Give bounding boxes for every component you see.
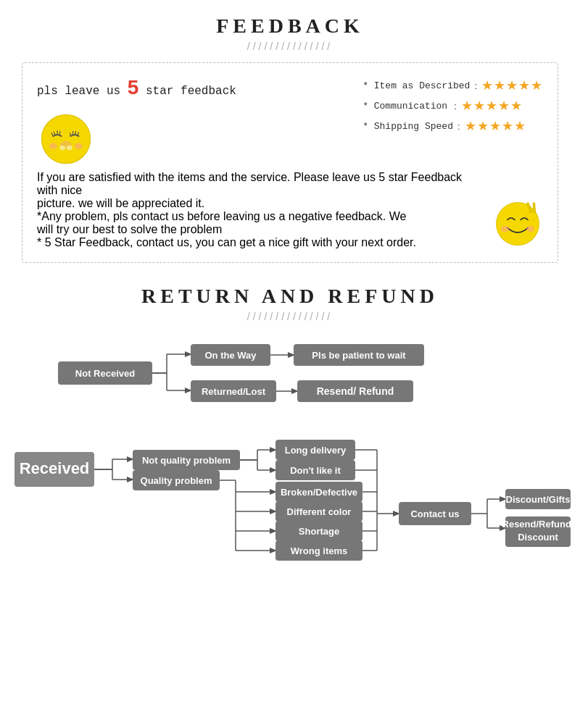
- resend-refund-label: Resend/ Refund: [317, 385, 394, 397]
- on-the-way-label: On the Way: [204, 350, 257, 361]
- feedback-body: If you are satisfied with the items and …: [37, 171, 485, 249]
- not-received-label: Not Received: [75, 368, 135, 379]
- svg-point-15: [501, 226, 509, 232]
- resend-refund2-label: Resend/Refund/: [502, 519, 574, 530]
- svg-point-0: [41, 114, 90, 163]
- feedback-title: FEEDBACK: [22, 14, 558, 38]
- headline-num: 5: [128, 76, 139, 99]
- discount-gifts-label: Discount/Gifts: [506, 494, 571, 505]
- feedback-body-area: If you are satisfied with the items and …: [37, 171, 543, 249]
- svg-point-20: [527, 212, 537, 220]
- rating-stars-comm: ★★★★★: [461, 98, 523, 114]
- long-delivery-label: Long delivery: [285, 445, 347, 456]
- wrong-items-label: Wrong items: [291, 545, 348, 556]
- feedback-headline: pls leave us 5 star feedback: [37, 76, 236, 99]
- feedback-left: pls leave us 5 star feedback: [37, 76, 236, 168]
- svg-line-4: [59, 131, 60, 135]
- svg-line-7: [75, 131, 76, 135]
- rating-row-comm: * Communication : ★★★★★: [362, 98, 543, 114]
- broken-label: Broken/Defective: [281, 487, 357, 498]
- smiley-face-happy: [492, 198, 543, 249]
- diff-color-label: Different color: [287, 506, 352, 517]
- refund-section: RETURN AND REFUND ///////////////: [0, 270, 580, 340]
- returned-lost-label: Returned/Lost: [202, 386, 266, 397]
- svg-point-13: [75, 143, 83, 149]
- svg-point-11: [67, 146, 72, 150]
- feedback-divider: ///////////////: [22, 41, 558, 52]
- flowchart-svg: .fbox { fill: #777; rx: 4; } .ftext { fi…: [0, 340, 580, 658]
- rating-stars-item: ★★★★★: [481, 78, 543, 93]
- svg-line-5: [70, 133, 71, 136]
- body-line4: will try our best to solve the problem: [37, 223, 485, 236]
- feedback-ratings: * Item as Described : ★★★★★ * Communicat…: [362, 78, 543, 134]
- smiley-face-sleeping: [37, 110, 95, 168]
- rating-label-comm: * Communication: [362, 101, 450, 112]
- svg-point-10: [59, 146, 65, 150]
- headline-pre: pls leave us: [37, 85, 120, 98]
- rating-label-ship: * Shipping Speed: [362, 121, 453, 132]
- svg-point-16: [526, 226, 534, 232]
- headline-post: star feedback: [146, 85, 236, 98]
- not-quality-label: Not quality problem: [142, 455, 231, 466]
- body-line2: picture. we will be appreciated it.: [37, 197, 485, 210]
- body-line5: * 5 Star Feedback, contact us, you can g…: [37, 236, 485, 249]
- svg-point-12: [49, 143, 57, 149]
- flowchart-wrapper: .fbox { fill: #777; rx: 4; } .ftext { fi…: [0, 340, 580, 661]
- quality-label: Quality problem: [141, 475, 212, 486]
- pls-wait-label: Pls be patient to wait: [312, 350, 406, 361]
- svg-text:Discount: Discount: [518, 532, 558, 543]
- refund-title: RETURN AND REFUND: [22, 285, 558, 308]
- feedback-top: pls leave us 5 star feedback: [37, 76, 543, 168]
- received-label: Received: [20, 459, 90, 477]
- rating-label-item: * Item as Described: [362, 80, 470, 91]
- feedback-box: pls leave us 5 star feedback: [22, 62, 558, 263]
- svg-point-14: [497, 203, 539, 246]
- rating-row-item: * Item as Described : ★★★★★: [362, 78, 543, 93]
- shortage-label: Shortage: [299, 526, 339, 537]
- body-line3: *Any problem, pls contact us before leav…: [37, 210, 485, 223]
- refund-divider: ///////////////: [22, 311, 558, 322]
- feedback-section: FEEDBACK /////////////// pls leave us 5 …: [0, 0, 580, 270]
- contact-us-label: Contact us: [410, 509, 459, 519]
- rating-row-ship: * Shipping Speed : ★★★★★: [362, 118, 543, 134]
- dont-like-label: Don't like it: [290, 465, 341, 476]
- body-line1: If you are satisfied with the items and …: [37, 171, 485, 197]
- rating-stars-ship: ★★★★★: [465, 118, 526, 134]
